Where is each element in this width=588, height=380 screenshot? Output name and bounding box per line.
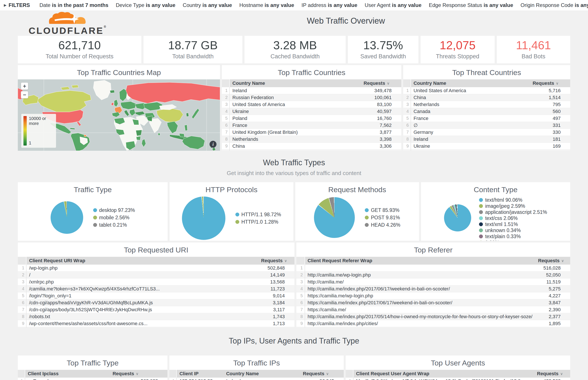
legend-item[interactable]: mobile 2.56% bbox=[93, 214, 135, 221]
sort-caret-icon[interactable]: ∨ bbox=[387, 81, 389, 86]
legend-label: text/xml 1.51% bbox=[485, 221, 518, 227]
sort-caret-icon[interactable]: ∨ bbox=[326, 372, 329, 376]
legend-item[interactable]: HTTP/1.0 1.28% bbox=[235, 218, 281, 226]
content-type-title: Content Type bbox=[421, 182, 570, 196]
http-protocols-pie-chart[interactable] bbox=[182, 196, 225, 240]
row-number: 1 bbox=[18, 378, 25, 380]
column-header[interactable]: Requests∨ bbox=[534, 370, 570, 378]
sort-caret-icon[interactable]: ∨ bbox=[136, 372, 139, 376]
table-row: 5/login/?login_only=19,014 bbox=[18, 292, 294, 299]
legend-item[interactable]: text/css 2.06% bbox=[479, 215, 547, 221]
filter-chip[interactable]: Edge Response Status is any value bbox=[429, 2, 513, 8]
table-cell: 2,377 bbox=[535, 314, 570, 320]
filter-chip[interactable]: Hostname is any value bbox=[239, 2, 294, 8]
column-header[interactable]: Country Name bbox=[223, 370, 300, 378]
filter-chip[interactable]: Date is in the past 7 months bbox=[40, 2, 108, 8]
table-cell: Germany bbox=[411, 130, 530, 135]
column-header[interactable]: Requests∨ bbox=[110, 370, 167, 378]
expand-arrow-icon: ▶ bbox=[4, 3, 6, 7]
legend-item[interactable]: HTTP/1.1 98.72% bbox=[235, 211, 281, 218]
filter-list: Date is in the past 7 monthsDevice Type … bbox=[40, 2, 588, 8]
column-header[interactable]: Country Name bbox=[230, 79, 361, 87]
legend-item[interactable]: text/plain 0.33% bbox=[479, 233, 547, 239]
row-number: 2 bbox=[18, 272, 26, 278]
legend-item[interactable]: image/jpeg 2.59% bbox=[479, 203, 547, 209]
filter-chip[interactable]: User Agent is any value bbox=[365, 2, 422, 8]
row-number: 9 bbox=[296, 320, 305, 327]
filter-field-label: Origin Response Code bbox=[521, 2, 574, 8]
column-header[interactable]: Requests∨ bbox=[300, 370, 344, 378]
traffic-type-pie-chart[interactable] bbox=[51, 201, 83, 234]
legend-item[interactable]: 0.20% bbox=[479, 239, 547, 241]
legend-item[interactable]: unknown 0.34% bbox=[479, 227, 547, 233]
column-header[interactable]: Client Request URI Wrap bbox=[26, 257, 259, 265]
row-number: 7 bbox=[222, 129, 230, 135]
row-number: 5 bbox=[18, 292, 26, 299]
zoom-in-button[interactable]: + bbox=[21, 82, 28, 90]
legend-item[interactable]: GET 85.93% bbox=[365, 207, 400, 214]
filter-chip[interactable]: Origin Response Code is any value bbox=[521, 2, 588, 8]
column-header[interactable]: Client IP bbox=[177, 370, 223, 378]
row-number: 1 bbox=[346, 378, 353, 380]
request-methods-pie-chart[interactable] bbox=[314, 197, 355, 238]
legend-item[interactable]: application/javascript 2.51% bbox=[479, 209, 547, 215]
filter-chip[interactable]: Device Type is any value bbox=[116, 2, 175, 8]
column-header[interactable]: Requests∨ bbox=[361, 79, 401, 87]
table-cell: 100,061 bbox=[361, 95, 401, 100]
table-row: 6∅331 bbox=[403, 122, 570, 129]
sort-caret-icon[interactable]: ∨ bbox=[561, 259, 564, 263]
legend-item[interactable]: tablet 0.21% bbox=[93, 221, 135, 228]
column-header[interactable]: Client Request Referer Wrap bbox=[305, 257, 535, 265]
table-cell: 3,398 bbox=[361, 136, 401, 142]
top-traffic-countries-table: Country NameRequests∨1Ireland349,4782Rus… bbox=[222, 79, 401, 151]
filter-op-label: is any value bbox=[146, 2, 175, 8]
table-cell: http://camilia.me/index.php/cities/ bbox=[305, 321, 535, 326]
row-number: 9 bbox=[222, 143, 230, 150]
column-header[interactable]: Requests∨ bbox=[530, 79, 570, 87]
column-header[interactable]: Country Name bbox=[411, 79, 530, 87]
world-map[interactable]: + − 10000 or more 1 i bbox=[18, 79, 220, 151]
info-icon[interactable]: i bbox=[209, 141, 217, 148]
table-header-row: Client IPCountry NameRequests∨ bbox=[169, 370, 344, 378]
row-number: 4 bbox=[222, 108, 230, 115]
table-row: 6https://camilia.me/index.php/2017/06/17… bbox=[296, 299, 570, 306]
zoom-out-button[interactable]: − bbox=[21, 91, 28, 98]
legend-swatch-icon bbox=[365, 216, 369, 220]
table-cell: 3,306 bbox=[361, 143, 401, 149]
sort-caret-icon[interactable]: ∨ bbox=[284, 259, 287, 263]
table-row: 1noRecord568,088 bbox=[18, 378, 167, 380]
column-header[interactable]: Client Request User Agent Wrap bbox=[353, 370, 534, 378]
table-cell: /wp-login.php bbox=[26, 265, 259, 271]
table-cell: Mozilla/5.0 (Windows NT 6.1; WOW64; rv:1… bbox=[353, 378, 534, 380]
table-cell: Ukraine bbox=[230, 109, 361, 114]
stat-label: Bad Bots bbox=[522, 53, 546, 60]
column-header-label: Requests bbox=[112, 371, 134, 377]
table-cell: noRecord bbox=[25, 378, 110, 380]
table-row: 7United Kingdom (Great Britain)3,877 bbox=[222, 129, 401, 136]
table-cell: http://camilia.me/index.php/about/ bbox=[305, 328, 535, 328]
legend-item[interactable]: text/xml 1.51% bbox=[479, 221, 547, 227]
table-cell: https://camilia.me/ bbox=[305, 307, 535, 313]
column-header[interactable]: Requests∨ bbox=[259, 257, 294, 265]
row-number: 7 bbox=[403, 129, 411, 135]
column-header[interactable]: Requests∨ bbox=[535, 257, 570, 265]
stat-card: 3.28 MBCached Bandwidth bbox=[244, 36, 346, 63]
row-number: 7 bbox=[18, 306, 26, 313]
column-header-label: Client IP bbox=[179, 371, 199, 377]
table-cell: 1,514 bbox=[530, 95, 570, 100]
content-type-pie-chart[interactable] bbox=[444, 204, 471, 231]
filter-chip[interactable]: IP address is any value bbox=[301, 2, 357, 8]
legend-item[interactable]: POST 9.81% bbox=[365, 214, 400, 221]
table-cell: 1,673 bbox=[259, 328, 294, 328]
row-number: 1 bbox=[296, 265, 305, 271]
sort-caret-icon[interactable]: ∨ bbox=[556, 81, 558, 86]
legend-item[interactable]: HEAD 4.26% bbox=[365, 221, 400, 228]
column-header-label: Client Request URI Wrap bbox=[29, 258, 85, 264]
filter-chip[interactable]: Country is any value bbox=[183, 2, 232, 8]
filters-toggle[interactable]: ▶ FILTERS bbox=[4, 2, 30, 8]
legend-item[interactable]: text/html 90.06% bbox=[479, 197, 547, 203]
column-header[interactable]: Client Ipclass bbox=[25, 370, 110, 378]
legend-item[interactable]: desktop 97.23% bbox=[93, 207, 135, 214]
sort-caret-icon[interactable]: ∨ bbox=[560, 372, 563, 376]
stat-card: 13.75%Saved Bandwidth bbox=[348, 36, 418, 63]
